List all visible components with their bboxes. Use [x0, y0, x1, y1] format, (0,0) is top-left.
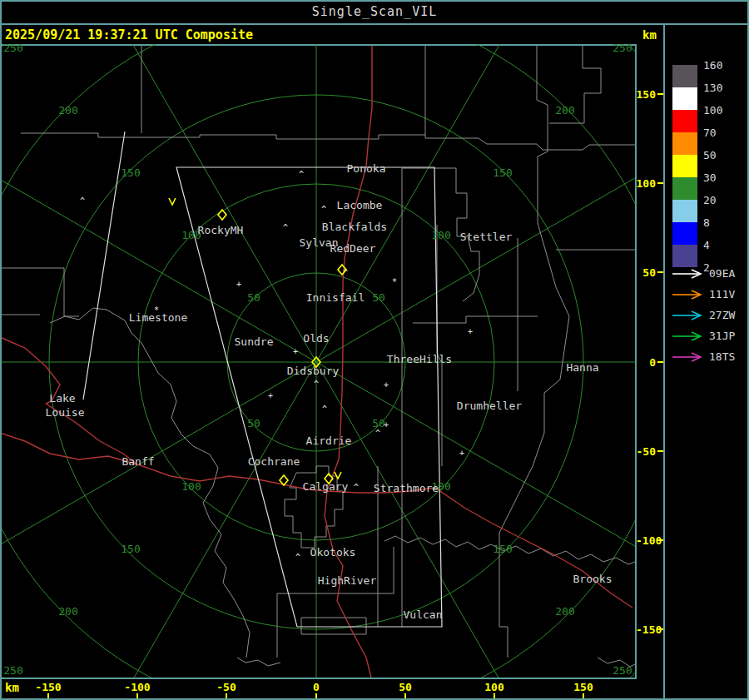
track-id-label: 31JP [709, 330, 735, 342]
town-marker: ^ [354, 483, 359, 492]
right-tick-mark [657, 182, 663, 184]
ring-label: 200 [555, 104, 574, 117]
right-axis: 150100500-50-100-150 [636, 0, 664, 700]
arrow-icon [671, 310, 706, 321]
town-marker: ^ [80, 196, 85, 206]
right-tick-label: 100 [636, 177, 656, 190]
bottom-tick-label: 0 [313, 681, 320, 693]
ring-label: 250 [3, 44, 22, 54]
town-marker: ^ [283, 223, 288, 232]
bottom-tick-label: -100 [124, 681, 150, 693]
bottom-tick-mark [494, 693, 495, 698]
city-label-airdrie: Airdrie [306, 434, 352, 447]
arrow-icon [671, 330, 706, 342]
bottom-axis: -150-100-50050100150 [0, 679, 663, 698]
city-label-brooks: Brooks [573, 573, 613, 585]
city-label-didsbury: Didsbury [287, 365, 340, 377]
ring-label: 150 [493, 543, 512, 555]
radar-map[interactable]: 5050505010010010010015015015015020020020… [2, 44, 635, 678]
bottom-tick-mark [226, 693, 227, 698]
timestamp-label: 2025/09/21 19:37:21 UTC Composite [5, 27, 253, 42]
city-label-lake: Lake [49, 392, 75, 405]
city-label-strathmore: Strathmore [374, 482, 439, 494]
ring-label: 250 [613, 664, 632, 677]
bottom-tick-mark [136, 693, 138, 698]
scale-value-label: 100 [703, 104, 722, 117]
ring-label: 200 [58, 605, 77, 618]
bottom-axis-unit-label: km [5, 681, 19, 694]
track-arrow-icon [671, 350, 706, 362]
scale-swatch [672, 245, 697, 267]
right-tick-label: -100 [636, 534, 656, 547]
city-label-cochrane: Cochrane [248, 455, 300, 468]
right-tick-label: 150 [636, 88, 656, 101]
right-tick-mark [657, 539, 663, 541]
radial-60deg [316, 362, 566, 678]
city-label-louise: Louise [46, 406, 85, 419]
radial-210deg [2, 112, 316, 362]
town-marker: * [154, 305, 159, 315]
city-label-drumheller: Drumheller [457, 400, 522, 412]
radial-240deg [67, 44, 316, 362]
arrow-icon [671, 268, 706, 280]
scale-swatch [672, 87, 697, 110]
bottom-tick-label: -150 [35, 681, 61, 693]
city-label-calgary: Calgary [303, 480, 349, 493]
scale-value-label: 50 [703, 149, 717, 161]
scale-value-label: 4 [703, 239, 710, 251]
storm-arrow-icon [335, 472, 341, 479]
storm-arrow-icon [169, 198, 176, 205]
scale-value-label: 20 [703, 194, 717, 206]
city-label-highriver: HighRiver [318, 574, 377, 587]
bottom-tick-label: 50 [399, 681, 412, 693]
scale-swatch [672, 177, 697, 200]
scale-swatch [672, 65, 697, 87]
city-label-banff: Banff [122, 455, 154, 468]
town-marker: ^ [375, 429, 380, 438]
town-marker: + [293, 347, 298, 356]
ring-label: 50 [247, 417, 260, 429]
bottom-tick-label: -50 [216, 681, 236, 693]
ring-label: 200 [58, 104, 77, 117]
bottom-tick-mark [47, 693, 49, 698]
track-id-label: 09EA [709, 267, 735, 280]
ring-label: 50 [247, 291, 260, 304]
ring-label: 200 [555, 605, 574, 618]
city-label-hanna: Hanna [566, 361, 598, 374]
ring-label: 50 [372, 291, 385, 304]
ring-label: 150 [493, 166, 512, 179]
ring-label: 150 [121, 166, 140, 179]
arrow-icon [671, 289, 706, 300]
city-label-reddeer: RedDeer [330, 242, 376, 255]
city-label-ponoka: Ponoka [347, 162, 386, 175]
town-marker: ^ [295, 553, 300, 562]
right-tick-label: -150 [636, 623, 656, 636]
ring-label: 150 [121, 543, 140, 555]
track-id-label: 18TS [709, 350, 735, 363]
right-tick-mark [657, 628, 663, 630]
bottom-tick-label: 150 [573, 681, 593, 693]
scale-swatch [672, 222, 697, 245]
track-id-label: 27ZW [709, 309, 735, 321]
ring-label: 100 [181, 480, 201, 493]
city-label-rockymh: RockyMH [198, 224, 244, 236]
scale-value-label: 130 [703, 82, 722, 94]
ring-label: 250 [613, 44, 632, 54]
scale-value-label: 160 [703, 59, 722, 72]
bottom-tick-mark [315, 693, 317, 698]
right-tick-mark [657, 271, 663, 273]
scale-swatch [672, 132, 697, 155]
town-marker: * [392, 277, 397, 286]
track-arrow-icon [671, 309, 706, 320]
track-arrow-icon [671, 288, 706, 300]
right-tick-mark [657, 93, 663, 95]
bottom-tick-label: 100 [484, 681, 503, 693]
radial-120deg [67, 362, 316, 678]
right-tick-label: 0 [636, 356, 656, 369]
scale-swatch [672, 155, 697, 177]
track-arrow-icon [671, 330, 706, 341]
right-tick-label: -50 [636, 445, 656, 458]
right-tick-mark [657, 450, 663, 452]
town-marker: + [384, 420, 389, 429]
track-id-label: 111V [709, 288, 735, 300]
